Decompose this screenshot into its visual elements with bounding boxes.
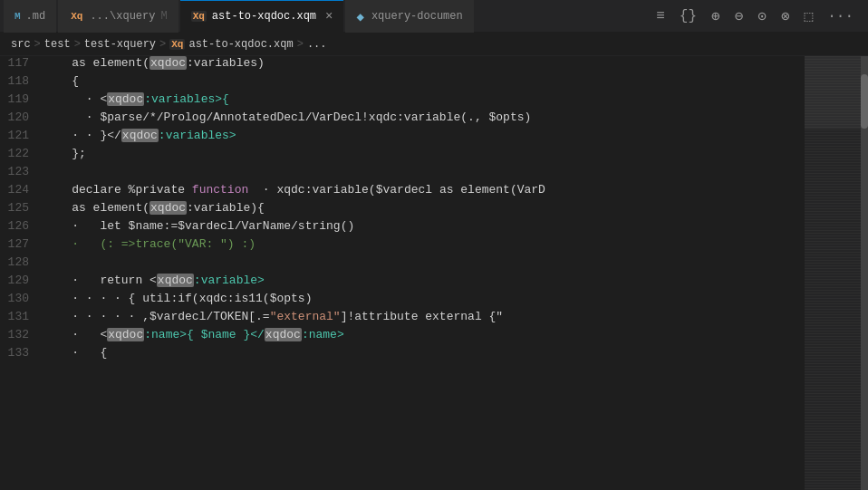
line-content: · (: =>trace("VAR: ") :): [43, 237, 805, 251]
line-number: 124: [0, 183, 43, 197]
toolbar-icons: ≡ {} ⊕ ⊖ ⊙ ⊗ ⬚ ···: [652, 5, 864, 27]
table-row: 130 · · · · { util:if(xqdc:is11($opts): [0, 292, 805, 310]
breadcrumb-file: ast-to-xqdoc.xqm: [188, 38, 293, 51]
tab-ast-label: ast-to-xqdoc.xqm: [212, 10, 316, 23]
code-lines: 117 as element(xqdoc:variables) 118 { 11…: [0, 56, 805, 364]
table-row: 131 · · · · · ,$vardecl/TOKEN[.="externa…: [0, 310, 805, 328]
xq-icon-1: Xq: [69, 11, 84, 22]
line-number: 121: [0, 129, 43, 142]
line-content: · {: [43, 346, 805, 360]
code-area[interactable]: 117 as element(xqdoc:variables) 118 { 11…: [0, 56, 805, 490]
line-number: 117: [0, 56, 43, 70]
line-number: 119: [0, 92, 43, 106]
toolbar-minus-icon[interactable]: ⊖: [731, 5, 747, 27]
line-content: [43, 165, 805, 178]
line-number: 133: [0, 346, 43, 360]
line-content: · <xqdoc:variables>{: [43, 92, 805, 106]
line-number: 126: [0, 219, 43, 233]
table-row: 119 · <xqdoc:variables>{: [0, 92, 805, 110]
table-row: 132 · <xqdoc:name>{ $name }</xqdoc:name>: [0, 328, 805, 346]
table-row: 124 declare %private function · xqdc:var…: [0, 183, 805, 201]
breadcrumb-sep4: >: [297, 38, 304, 51]
minimap[interactable]: [805, 56, 868, 490]
line-content: · · }</xqdoc:variables>: [43, 129, 805, 142]
breadcrumb-xq-icon: Xq: [169, 39, 185, 50]
line-content: · let $name:=$vardecl/VarName/string(): [43, 219, 805, 233]
table-row: 121 · · }</xqdoc:variables>: [0, 129, 805, 147]
breadcrumb-src: src: [11, 38, 31, 51]
scrollbar[interactable]: [861, 56, 868, 490]
table-row: 123: [0, 165, 805, 183]
line-number: 125: [0, 201, 43, 215]
line-number: 127: [0, 237, 43, 251]
line-number: 118: [0, 74, 43, 88]
line-number: 129: [0, 274, 43, 287]
line-content: · · · · · ,$vardecl/TOKEN[.="external"]!…: [43, 310, 805, 323]
tab-xquery-ellipsis-label: ...\xquery: [90, 10, 155, 23]
toolbar-more-icon[interactable]: ···: [824, 6, 857, 26]
tab-xquery-doc-label: xquery-documen: [371, 10, 463, 23]
breadcrumb-sep3: >: [159, 38, 166, 51]
minimap-highlight: [805, 56, 868, 129]
app-container: M .md Xq ...\xquery M Xq ast-to-xqdoc.xq…: [0, 0, 868, 490]
breadcrumb-test: test: [44, 38, 71, 51]
md-icon: M: [14, 11, 21, 22]
line-number: 123: [0, 165, 43, 178]
line-number: 122: [0, 147, 43, 160]
tab-xquery-doc[interactable]: ◆ xquery-documen: [345, 0, 473, 33]
xq-icon-2: Xq: [191, 11, 207, 22]
toolbar-circle-icon[interactable]: ⊙: [754, 5, 770, 27]
table-row: 127 · (: =>trace("VAR: ") :): [0, 237, 805, 255]
table-row: 129 · return <xqdoc:variable>: [0, 274, 805, 292]
line-content: {: [43, 74, 805, 88]
table-row: 133 · {: [0, 346, 805, 364]
breadcrumb-ellipsis: ...: [307, 38, 327, 51]
table-row: 120 · $parse/*/Prolog/AnnotatedDecl/VarD…: [0, 110, 805, 129]
table-row: 117 as element(xqdoc:variables): [0, 56, 805, 74]
toolbar-add-icon[interactable]: ⊕: [708, 5, 724, 27]
line-content: · · · · { util:if(xqdc:is11($opts): [43, 292, 805, 305]
line-content: declare %private function · xqdc:variabl…: [43, 183, 805, 197]
toolbar-split-icon[interactable]: ⬚: [801, 5, 817, 27]
tab-bar: M .md Xq ...\xquery M Xq ast-to-xqdoc.xq…: [0, 0, 868, 33]
line-content: };: [43, 147, 805, 160]
tab-xquery-ellipsis[interactable]: Xq ...\xquery M: [58, 0, 178, 33]
line-number: 120: [0, 110, 43, 124]
table-row: 122 };: [0, 147, 805, 165]
scrollbar-thumb[interactable]: [861, 74, 868, 129]
line-number: 131: [0, 310, 43, 323]
line-content: as element(xqdoc:variable){: [43, 201, 805, 215]
line-number: 132: [0, 328, 43, 341]
line-content: · $parse/*/Prolog/AnnotatedDecl/VarDecl!…: [43, 110, 805, 124]
table-row: 128: [0, 255, 805, 274]
toolbar-format-icon[interactable]: {}: [676, 6, 700, 26]
pin-icon: ◆: [356, 9, 363, 24]
breadcrumb-sep1: >: [34, 38, 41, 51]
line-number: 128: [0, 255, 43, 269]
tab-ast-close[interactable]: ×: [325, 9, 333, 24]
line-content: · return <xqdoc:variable>: [43, 274, 805, 287]
table-row: 126 · let $name:=$vardecl/VarName/string…: [0, 219, 805, 237]
tab-md-label: .md: [26, 10, 46, 23]
line-content: · <xqdoc:name>{ $name }</xqdoc:name>: [43, 328, 805, 341]
breadcrumb-test-xquery: test-xquery: [84, 38, 156, 51]
tab-separator: M: [160, 10, 167, 23]
editor: 117 as element(xqdoc:variables) 118 { 11…: [0, 56, 868, 490]
toolbar-list-icon[interactable]: ≡: [652, 6, 669, 26]
line-content: [43, 255, 805, 269]
breadcrumb-sep2: >: [74, 38, 81, 51]
table-row: 125 as element(xqdoc:variable){: [0, 201, 805, 219]
tab-ast[interactable]: Xq ast-to-xqdoc.xqm ×: [180, 0, 344, 33]
line-content: as element(xqdoc:variables): [43, 56, 805, 70]
breadcrumb: src > test > test-xquery > Xq ast-to-xqd…: [0, 33, 868, 56]
line-number: 130: [0, 292, 43, 305]
toolbar-cross-icon[interactable]: ⊗: [777, 5, 794, 27]
tab-md[interactable]: M .md: [4, 0, 56, 33]
table-row: 118 {: [0, 74, 805, 92]
